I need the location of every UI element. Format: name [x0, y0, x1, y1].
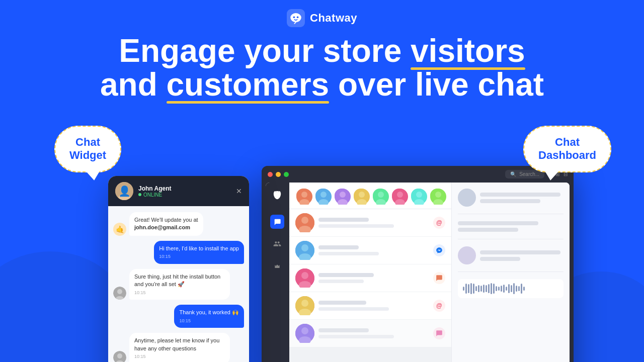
chat-av-4 [295, 296, 314, 315]
chat-widget-mockup: John Agent ONLINE ✕ 🤙 Great! We'll updat… [108, 176, 249, 362]
bubble-5: Anytime, please let me know if you have … [129, 333, 230, 362]
svg-point-44 [301, 272, 308, 279]
chat-info-5 [318, 328, 429, 338]
message-1: 🤙 Great! We'll update you atjohn.doe@gma… [113, 212, 244, 236]
close-icon[interactable]: ✕ [236, 187, 242, 195]
titlebar: 🔍 Search... ≡ ⊞ ⊟ [262, 166, 574, 183]
sidebar-icon-stats[interactable] [270, 259, 284, 273]
svg-point-50 [301, 327, 308, 334]
callout-widget-line1: Chat [75, 136, 100, 148]
chat-body: 🤙 Great! We'll update you atjohn.doe@gma… [108, 206, 249, 362]
callout-dashboard-line2: Dashboard [538, 149, 596, 161]
dashboard-right-panel [451, 183, 570, 362]
svg-point-3 [297, 16, 299, 18]
msg-time-5: 10:15 [134, 353, 225, 360]
chat-av-2 [295, 241, 314, 260]
contact-avatar-2[interactable] [314, 188, 331, 204]
contact-avatar-3[interactable] [334, 188, 350, 204]
svg-point-11 [117, 353, 122, 358]
chat-msg-bar-3 [318, 280, 364, 283]
sidebar-icon-chat[interactable] [270, 215, 284, 229]
waveform-visual [463, 283, 558, 294]
contact-avatar-4[interactable] [353, 188, 369, 204]
chat-badge-5 [433, 327, 445, 339]
msg-time-4: 10:15 [179, 318, 239, 324]
status-text: ONLINE [143, 192, 162, 198]
bubble-2: Hi there, I'd like to install the app 10… [154, 241, 244, 264]
msg-text-3: Sure thing, just hit the install button … [134, 274, 220, 287]
chat-badge-3 [433, 272, 445, 284]
msg-text-2: Hi there, I'd like to install the app [159, 245, 239, 251]
chat-msg-bar-2 [318, 252, 379, 255]
msg-time-3: 10:15 [134, 290, 225, 296]
svg-point-8 [117, 289, 122, 294]
msg-text-1: Great! We'll update you atjohn.doe@gmail… [134, 217, 198, 230]
chat-list: @ [289, 209, 451, 362]
svg-point-23 [359, 192, 365, 198]
right-av-3 [458, 246, 476, 264]
message-3: Sure thing, just hit the install button … [113, 269, 244, 300]
msg-avatar-5 [113, 351, 126, 363]
visitors-underline: visitors [411, 34, 525, 68]
chat-list-item-4[interactable]: @ [289, 292, 451, 320]
msg-time-2: 10:15 [159, 253, 239, 260]
contact-avatar-1[interactable] [295, 188, 311, 204]
svg-point-32 [416, 192, 422, 198]
svg-point-26 [378, 192, 384, 198]
message-4: Thank you, it worked 🙌 10:15 [113, 305, 244, 328]
msg-text-5: Anytime, please let me know if you have … [134, 337, 219, 351]
chat-av-1 [295, 213, 314, 232]
chat-list-item-2[interactable] [289, 237, 451, 264]
chat-info-3 [318, 273, 429, 283]
svg-point-17 [320, 192, 327, 198]
chat-badge-4: @ [433, 300, 445, 312]
chat-msg-bar-4 [318, 307, 389, 311]
svg-point-29 [397, 192, 403, 198]
contact-avatar-8[interactable] [429, 188, 445, 204]
chat-list-item-5[interactable] [289, 320, 451, 347]
app-name: Chatway [310, 12, 357, 25]
contact-avatar-5[interactable] [372, 188, 388, 204]
divider-1 [458, 214, 564, 214]
right-bar-1b [480, 199, 540, 203]
divider-2 [458, 239, 564, 239]
chat-badge-2 [433, 244, 445, 256]
audio-waveform [458, 279, 564, 298]
right-bar-3a [480, 250, 560, 254]
chat-widget-header: John Agent ONLINE ✕ [108, 176, 249, 206]
callout-widget-line2: Widget [69, 149, 106, 161]
agent-status: ONLINE [138, 192, 172, 198]
right-panel-row-2 [458, 221, 564, 232]
chat-msg-bar-5 [318, 335, 394, 338]
right-bar-2a [458, 221, 538, 225]
contact-avatar-6[interactable] [391, 188, 407, 204]
chat-info-4 [318, 301, 429, 311]
sidebar-icon-users[interactable] [270, 237, 284, 251]
dashboard-inner: @ [266, 183, 570, 362]
svg-point-5 [121, 186, 128, 193]
headline-line1: Engage your store visitors [20, 34, 624, 68]
right-bar-3b [480, 257, 520, 261]
headline: Engage your store visitors and customers… [0, 27, 644, 102]
chat-info-1 [318, 218, 429, 228]
msg-avatar-3 [113, 287, 126, 300]
customers-underline: customers [167, 68, 330, 102]
right-av-1 [458, 189, 476, 207]
message-2: Hi there, I'd like to install the app 10… [113, 241, 244, 264]
msg-text-4: Thank you, it worked 🙌 [179, 309, 239, 315]
chat-name-bar-3 [318, 273, 374, 277]
bubble-4: Thank you, it worked 🙌 10:15 [174, 305, 244, 328]
background: Chatway Engage your store visitors and c… [0, 0, 644, 362]
right-bar-2b [458, 228, 518, 232]
chat-list-item-1[interactable]: @ [289, 209, 451, 237]
sidebar-icon-apple [270, 189, 284, 203]
titlebar-dot-yellow [276, 172, 281, 177]
dashboard-mockup: 🔍 Search... ≡ ⊞ ⊟ [262, 166, 574, 362]
logo-icon [287, 9, 305, 27]
chat-list-item-3[interactable] [289, 264, 451, 292]
right-panel-row-3 [458, 246, 564, 264]
svg-point-1 [290, 13, 301, 22]
callout-dashboard-line1: Chat [555, 136, 580, 148]
contact-avatar-7[interactable] [410, 188, 426, 204]
chat-name-bar-1 [318, 218, 369, 222]
